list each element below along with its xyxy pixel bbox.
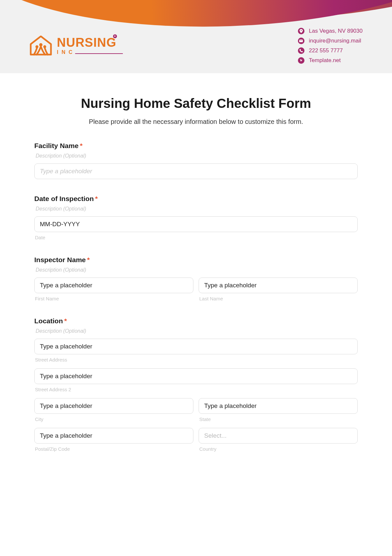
first-name-sublabel: First Name [35, 296, 193, 301]
street-address-sublabel: Street Address [35, 357, 358, 362]
inspector-name-label: Inspector Name* [34, 256, 358, 264]
logo: NURSING INC [29, 28, 116, 64]
location-group: Location* Description (Optional) Street … [34, 317, 358, 452]
state-input[interactable] [199, 398, 358, 414]
country-sublabel: Country [199, 446, 358, 452]
state-sublabel: State [199, 416, 358, 422]
inspector-last-name-input[interactable] [199, 278, 358, 293]
contact-address: Las Vegas, NV 89030 [298, 28, 363, 34]
inspection-date-sublabel: Date [35, 235, 358, 240]
header-banner: NURSING INC Las Vegas, NV 89030 inquire@… [0, 0, 392, 73]
inspector-first-name-input[interactable] [34, 278, 193, 293]
logo-main-text: NURSING [57, 36, 116, 49]
facility-description[interactable]: Description (Optional) [36, 153, 358, 159]
phone-icon [298, 47, 304, 54]
contact-phone: 222 555 7777 [298, 47, 363, 54]
inspector-description[interactable]: Description (Optional) [36, 267, 358, 273]
zip-input[interactable] [34, 428, 193, 444]
cursor-icon [298, 57, 304, 64]
city-sublabel: City [35, 416, 193, 422]
location-description[interactable]: Description (Optional) [36, 328, 358, 334]
form-body: Nursing Home Safety Checklist Form Pleas… [0, 73, 392, 452]
map-pin-icon [298, 28, 304, 34]
contact-email: inquire@nursing.mail [298, 38, 363, 44]
mail-icon [298, 38, 304, 44]
country-select[interactable] [199, 428, 358, 444]
inspection-date-label: Date of Inspection* [34, 195, 358, 203]
zip-sublabel: Postal/Zip Code [35, 446, 193, 452]
facility-name-label: Facility Name* [34, 142, 358, 150]
last-name-sublabel: Last Name [199, 296, 358, 301]
inspector-name-group: Inspector Name* Description (Optional) F… [34, 256, 358, 301]
page-subtitle: Please provide all the necessary informa… [34, 118, 358, 126]
inspection-date-description[interactable]: Description (Optional) [36, 206, 358, 212]
street-address-2-input[interactable] [34, 368, 358, 384]
house-icon [29, 36, 52, 56]
page-title: Nursing Home Safety Checklist Form [34, 96, 358, 111]
street-address-2-sublabel: Street Address 2 [35, 387, 358, 392]
logo-sub-text: INC [57, 49, 116, 55]
contact-website: Template.net [298, 57, 363, 64]
contact-info: Las Vegas, NV 89030 inquire@nursing.mail… [298, 28, 363, 64]
plus-icon [113, 34, 117, 38]
city-input[interactable] [34, 398, 193, 414]
location-label: Location* [34, 317, 358, 325]
inspection-date-input[interactable] [34, 216, 358, 232]
inspection-date-group: Date of Inspection* Description (Optiona… [34, 195, 358, 240]
facility-name-group: Facility Name* Description (Optional) [34, 142, 358, 179]
street-address-input[interactable] [34, 339, 358, 354]
facility-name-input[interactable] [34, 163, 358, 179]
